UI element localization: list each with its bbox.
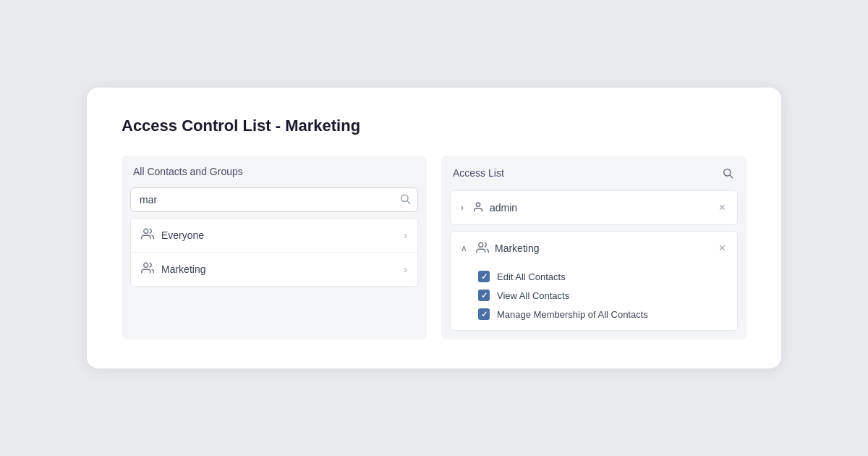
search-input[interactable] (130, 187, 418, 212)
checkbox-view[interactable] (478, 290, 490, 301)
perm-edit-label: Edit All Contacts (497, 271, 566, 282)
perm-manage: Manage Membership of All Contacts (461, 308, 727, 320)
marketing-permissions: Edit All Contacts View All Contacts Mana… (451, 265, 737, 330)
acl-row-marketing: ∧ Marketing × (450, 231, 738, 331)
access-list: › admin × (450, 190, 738, 331)
acl-marketing-header[interactable]: ∧ Marketing × (451, 232, 737, 265)
right-panel-header: Access List (441, 156, 746, 190)
right-panel-title: Access List (453, 167, 504, 179)
marketing-label: Marketing (161, 263, 205, 275)
list-item-marketing[interactable]: Marketing › (131, 253, 417, 286)
perm-edit: Edit All Contacts (461, 271, 727, 282)
svg-point-2 (144, 229, 148, 233)
everyone-label: Everyone (161, 229, 204, 241)
contacts-list: Everyone › Mar (130, 218, 418, 287)
marketing-acl-label: Marketing (495, 242, 539, 254)
perm-view: View All Contacts (461, 290, 727, 301)
right-panel: Access List › (441, 156, 746, 339)
chevron-right-marketing: › (404, 263, 407, 275)
group-icon-marketing (141, 261, 154, 277)
chevron-marketing: ∧ (461, 243, 467, 253)
list-item-everyone[interactable]: Everyone › (131, 219, 417, 253)
perm-view-label: View All Contacts (497, 290, 569, 301)
admin-close-button[interactable]: × (718, 200, 727, 216)
group-icon-acl-marketing (476, 241, 489, 256)
svg-point-7 (479, 242, 483, 247)
left-panel-title: All Contacts and Groups (133, 166, 243, 177)
page-title: Access Control List - Marketing (122, 117, 746, 135)
access-list-search-button[interactable] (720, 166, 735, 180)
chevron-right-everyone: › (404, 229, 407, 241)
group-icon-everyone (141, 227, 154, 243)
left-panel-header: All Contacts and Groups (122, 156, 427, 187)
svg-line-5 (730, 175, 733, 178)
marketing-close-button[interactable]: × (718, 240, 727, 256)
chevron-admin: › (461, 203, 464, 213)
user-icon-admin (472, 201, 484, 215)
svg-point-3 (144, 263, 148, 267)
svg-point-6 (476, 203, 480, 206)
search-box (130, 187, 418, 212)
checkbox-manage[interactable] (478, 308, 490, 320)
main-card: Access Control List - Marketing All Cont… (87, 88, 781, 368)
checkbox-edit[interactable] (478, 271, 490, 282)
perm-manage-label: Manage Membership of All Contacts (497, 309, 648, 320)
panels-container: All Contacts and Groups (122, 156, 746, 339)
admin-label: admin (490, 202, 517, 214)
left-panel: All Contacts and Groups (122, 156, 427, 339)
acl-admin-header[interactable]: › admin × (451, 191, 737, 224)
acl-row-admin: › admin × (450, 190, 738, 225)
